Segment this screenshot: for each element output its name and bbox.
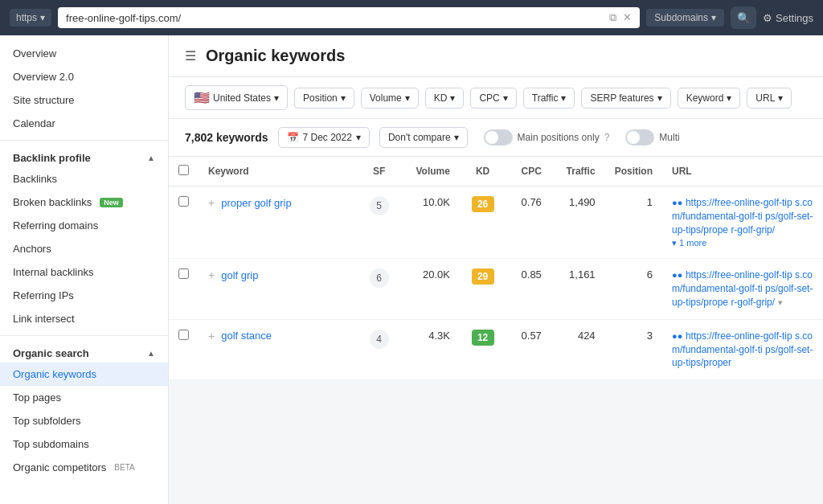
url-link[interactable]: https://free-online-golf-tip s.com/funda… xyxy=(672,269,813,308)
row-checkbox-cell xyxy=(169,259,199,319)
row-volume-cell: 4.3K xyxy=(399,319,460,379)
url-arrow: ▾ xyxy=(778,297,783,307)
sidebar-item-referring-ips[interactable]: Referring IPs xyxy=(0,284,168,307)
keyword-link[interactable]: golf grip xyxy=(221,269,258,281)
url-link[interactable]: https://free-online-golf-tip s.com/funda… xyxy=(672,197,813,236)
multi-toggle[interactable] xyxy=(625,129,654,145)
sidebar-item-top-pages[interactable]: Top pages xyxy=(0,386,168,409)
table-body: + proper golf grip 5 10.0K 26 0.76 1,490… xyxy=(169,186,823,380)
sidebar-label: Anchors xyxy=(13,243,51,255)
sidebar-label: Site structure xyxy=(13,94,75,106)
sidebar-item-broken-backlinks[interactable]: Broken backlinks New xyxy=(0,191,168,214)
row-cpc-cell: 0.57 xyxy=(506,319,551,379)
backlink-section-arrow: ▲ xyxy=(147,154,155,162)
sidebar-item-backlinks[interactable]: Backlinks xyxy=(0,167,168,191)
search-button[interactable]: 🔍 xyxy=(731,6,756,29)
date-label: 7 Dec 2022 xyxy=(303,132,352,143)
new-badge: New xyxy=(100,198,123,207)
keyword-link[interactable]: proper golf grip xyxy=(221,197,291,209)
col-header-traffic: Traffic xyxy=(551,157,605,186)
col-header-volume: Volume xyxy=(399,157,460,186)
url-filter[interactable]: URL ▾ xyxy=(747,88,792,109)
sidebar-item-internal-backlinks[interactable]: Internal backlinks xyxy=(0,260,168,284)
table-row: + golf stance 4 4.3K 12 0.57 424 3 ●● ht… xyxy=(169,319,823,379)
us-flag-icon: 🇺🇸 xyxy=(194,90,210,105)
row-url-cell: ●● https://free-online-golf-tip s.com/fu… xyxy=(662,259,823,319)
sidebar-label: Organic competitors xyxy=(13,461,106,473)
sidebar-label: Broken backlinks xyxy=(13,196,92,208)
traffic-filter[interactable]: Traffic ▾ xyxy=(523,88,575,109)
sidebar-item-overview2[interactable]: Overview 2.0 xyxy=(0,65,168,88)
add-row-icon[interactable]: + xyxy=(208,268,215,281)
add-row-icon[interactable]: + xyxy=(208,330,215,342)
sidebar-item-organic-competitors[interactable]: Organic competitors BETA xyxy=(0,456,168,479)
serp-features-filter[interactable]: SERP features ▾ xyxy=(581,88,670,109)
cpc-filter[interactable]: CPC ▾ xyxy=(470,88,516,109)
position-filter[interactable]: Position ▾ xyxy=(294,88,354,109)
sf-badge: 5 xyxy=(370,196,389,215)
row-traffic-cell: 424 xyxy=(551,319,605,379)
row-url-cell: ●● https://free-online-golf-tip s.com/fu… xyxy=(662,186,823,259)
col-header-position: Position xyxy=(605,157,662,186)
multi-toggle-wrap: Multi xyxy=(625,129,679,145)
url-dot-icon: ●● xyxy=(672,198,682,207)
main-positions-label: Main positions only xyxy=(518,132,600,143)
compare-button[interactable]: Don't compare ▾ xyxy=(379,127,468,148)
external-link-icon[interactable]: ⧉ xyxy=(609,11,616,24)
url-arrow-icon: ▾ xyxy=(778,92,783,104)
add-row-icon[interactable]: + xyxy=(208,196,215,209)
table-row: + proper golf grip 5 10.0K 26 0.76 1,490… xyxy=(169,186,823,259)
keyword-link[interactable]: golf stance xyxy=(221,330,272,342)
help-icon[interactable]: ? xyxy=(604,132,610,143)
col-header-url: URL xyxy=(662,157,823,186)
url-link[interactable]: https://free-online-golf-tip s.com/funda… xyxy=(672,330,813,369)
sidebar-label: Organic keywords xyxy=(13,368,96,380)
main-layout: Overview Overview 2.0 Site structure Cal… xyxy=(0,35,823,504)
divider xyxy=(0,140,168,141)
cpc-label: CPC xyxy=(479,92,499,104)
row-volume-cell: 20.0K xyxy=(399,259,460,319)
subdomains-button[interactable]: Subdomains ▾ xyxy=(646,9,724,27)
country-label: United States xyxy=(213,92,271,104)
row-cpc-cell: 0.85 xyxy=(506,259,551,319)
sidebar-item-link-intersect[interactable]: Link intersect xyxy=(0,307,168,330)
url-dot-icon: ●● xyxy=(672,331,682,341)
hamburger-icon[interactable]: ☰ xyxy=(185,48,196,64)
row-checkbox[interactable] xyxy=(178,268,189,279)
sidebar-label: Calendar xyxy=(13,117,55,129)
kd-badge: 29 xyxy=(472,268,494,285)
sidebar-item-calendar[interactable]: Calendar xyxy=(0,112,168,135)
sidebar-item-anchors[interactable]: Anchors xyxy=(0,237,168,260)
sidebar-item-overview[interactable]: Overview xyxy=(0,42,168,65)
sidebar-item-organic-keywords[interactable]: Organic keywords xyxy=(0,363,168,386)
keywords-table: Keyword SF Volume KD CPC Traffic Positio… xyxy=(169,157,823,380)
position-arrow-icon: ▾ xyxy=(341,92,346,104)
row-checkbox[interactable] xyxy=(178,330,189,340)
row-position-cell: 3 xyxy=(605,319,662,379)
settings-button[interactable]: ⚙ Settings xyxy=(763,12,813,24)
organic-section-label: Organic search xyxy=(13,347,89,359)
row-sf-cell: 6 xyxy=(359,259,399,319)
protocol-select[interactable]: https ▾ xyxy=(10,9,51,27)
col-header-kd: KD xyxy=(460,157,506,186)
volume-filter[interactable]: Volume ▾ xyxy=(361,88,419,109)
keyword-filter[interactable]: Keyword ▾ xyxy=(678,88,741,109)
sidebar-item-top-subdomains[interactable]: Top subdomains xyxy=(0,432,168,456)
kd-filter[interactable]: KD ▾ xyxy=(425,88,465,109)
row-checkbox[interactable] xyxy=(178,196,189,207)
table-header: Keyword SF Volume KD CPC Traffic Positio… xyxy=(169,157,823,186)
date-picker-button[interactable]: 📅 7 Dec 2022 ▾ xyxy=(278,127,370,148)
row-kd-cell: 12 xyxy=(460,319,506,379)
sidebar-item-referring-domains[interactable]: Referring domains xyxy=(0,214,168,237)
more-link[interactable]: ▾ 1 more xyxy=(672,238,706,248)
row-keyword-cell: + golf stance xyxy=(199,319,359,379)
close-url-icon[interactable]: ✕ xyxy=(623,11,632,24)
country-filter[interactable]: 🇺🇸 United States ▾ xyxy=(185,85,288,110)
main-positions-toggle[interactable] xyxy=(484,129,513,145)
row-actions: + golf stance xyxy=(208,330,350,342)
sidebar-label: Overview xyxy=(13,47,56,59)
select-all-checkbox[interactable] xyxy=(178,165,189,175)
sidebar-item-site-structure[interactable]: Site structure xyxy=(0,88,168,112)
row-checkbox-cell xyxy=(169,319,199,379)
sidebar-item-top-subfolders[interactable]: Top subfolders xyxy=(0,409,168,432)
